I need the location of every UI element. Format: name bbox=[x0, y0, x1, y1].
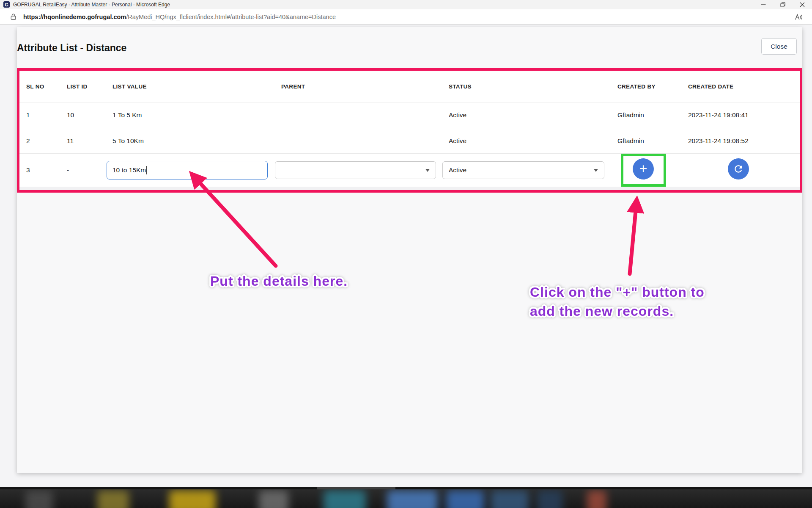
refresh-button[interactable] bbox=[728, 158, 749, 179]
page-title: Attribute List - Distance bbox=[17, 42, 126, 54]
minimize-icon bbox=[761, 2, 766, 7]
column-header-status: STATUS bbox=[449, 83, 617, 90]
cell-list-id: 10 bbox=[67, 111, 112, 119]
cell-created-by: Gftadmin bbox=[617, 137, 688, 145]
status-dropdown[interactable]: Active bbox=[442, 161, 604, 179]
text-cursor bbox=[146, 166, 147, 174]
taskbar-strip bbox=[0, 487, 812, 508]
close-window-button[interactable] bbox=[793, 0, 812, 9]
close-icon bbox=[800, 2, 805, 7]
taskbar-app-blob bbox=[491, 490, 529, 508]
annotation-click-plus-line1: Click on the "+" button to bbox=[530, 283, 705, 302]
table-header-row: SL NO LIST ID LIST VALUE PARENT STATUS C… bbox=[19, 71, 800, 102]
taskbar-app-blob bbox=[169, 490, 216, 508]
read-aloud-icon bbox=[794, 13, 803, 21]
taskbar-app-blob bbox=[387, 490, 438, 508]
cell-sl-no: 1 bbox=[26, 111, 67, 119]
chevron-down-icon bbox=[425, 169, 430, 172]
annotation-put-details: Put the details here. bbox=[210, 273, 348, 289]
list-value-input-text: 10 to 15Km bbox=[112, 166, 146, 174]
cell-sl-no: 2 bbox=[26, 137, 67, 145]
cell-list-value: 1 To 5 Km bbox=[112, 111, 281, 119]
cell-created-date: 2023-11-24 19:08:52 bbox=[688, 137, 800, 145]
refresh-icon bbox=[733, 163, 744, 174]
column-header-created-by: CREATED BY bbox=[617, 83, 688, 90]
table-row: 1 10 1 To 5 Km Active Gftadmin 2023-11-2… bbox=[19, 102, 800, 128]
window-controls bbox=[754, 0, 812, 9]
address-bar[interactable]: https://hqonlinedemo.gofrugal.com/RayMed… bbox=[0, 9, 812, 25]
cell-parent-edit bbox=[281, 161, 449, 179]
parent-dropdown[interactable] bbox=[275, 161, 436, 179]
taskbar-app-blob bbox=[25, 490, 53, 508]
cell-list-value: 5 To 10Km bbox=[112, 137, 281, 145]
taskbar-app-blob bbox=[324, 490, 366, 508]
read-aloud-button[interactable] bbox=[793, 11, 804, 22]
list-value-input[interactable]: 10 to 15Km bbox=[107, 161, 268, 179]
edge-window: G GOFRUGAL RetailEasy - Attribute Master… bbox=[0, 0, 812, 508]
minimize-button[interactable] bbox=[754, 0, 773, 9]
cell-list-id: 11 bbox=[67, 137, 112, 145]
url-domain: https://hqonlinedemo.gofrugal.com bbox=[23, 14, 126, 20]
column-header-list-value: LIST VALUE bbox=[112, 83, 281, 90]
restore-button[interactable] bbox=[773, 0, 793, 9]
cell-list-value-edit: 10 to 15Km bbox=[112, 161, 281, 179]
cell-status-edit: Active bbox=[449, 161, 617, 179]
close-button[interactable]: Close bbox=[761, 38, 797, 55]
cell-sl-no: 3 bbox=[26, 166, 67, 174]
attribute-list-table: SL NO LIST ID LIST VALUE PARENT STATUS C… bbox=[17, 68, 802, 193]
column-header-sl-no: SL NO bbox=[26, 83, 67, 90]
cell-refresh-action bbox=[688, 161, 800, 179]
cell-status: Active bbox=[449, 137, 617, 145]
status-dropdown-value: Active bbox=[449, 166, 466, 174]
lock-icon bbox=[10, 13, 16, 20]
url-text: https://hqonlinedemo.gofrugal.com/RayMed… bbox=[23, 14, 336, 20]
taskbar-top-edge-highlight bbox=[317, 487, 395, 489]
url-path: /RayMedi_HQ/ngx_flclient/index.html#/att… bbox=[126, 14, 336, 20]
taskbar-app-blob bbox=[587, 490, 606, 508]
taskbar-app-blob bbox=[259, 490, 288, 508]
site-info-button[interactable] bbox=[10, 13, 16, 20]
annotation-click-plus: Click on the "+" button to add the new r… bbox=[530, 283, 705, 321]
column-header-list-id: LIST ID bbox=[67, 83, 112, 90]
taskbar-app-blob bbox=[537, 490, 562, 508]
cell-status: Active bbox=[449, 111, 617, 119]
taskbar-app-blob bbox=[446, 490, 484, 508]
table-row: 2 11 5 To 10Km Active Gftadmin 2023-11-2… bbox=[19, 128, 800, 154]
cell-created-by: Gftadmin bbox=[617, 111, 688, 119]
column-header-parent: PARENT bbox=[281, 83, 449, 90]
taskbar-top-edge bbox=[0, 487, 812, 489]
window-title: GOFRUGAL RetailEasy - Attribute Master -… bbox=[13, 2, 170, 8]
gofrugal-favicon-icon: G bbox=[3, 1, 10, 8]
cell-list-id: - bbox=[67, 166, 112, 174]
chevron-down-icon bbox=[594, 169, 598, 172]
cell-created-date: 2023-11-24 19:08:41 bbox=[688, 111, 800, 119]
taskbar-app-blob bbox=[97, 490, 129, 508]
annotation-click-plus-line2: add the new records. bbox=[530, 302, 705, 321]
green-highlight-box bbox=[621, 154, 666, 187]
new-record-row: 3 - 10 to 15Km Active bbox=[19, 154, 800, 187]
restore-icon bbox=[780, 2, 785, 7]
window-titlebar: G GOFRUGAL RetailEasy - Attribute Master… bbox=[0, 0, 812, 9]
column-header-created-date: CREATED DATE bbox=[688, 83, 800, 90]
